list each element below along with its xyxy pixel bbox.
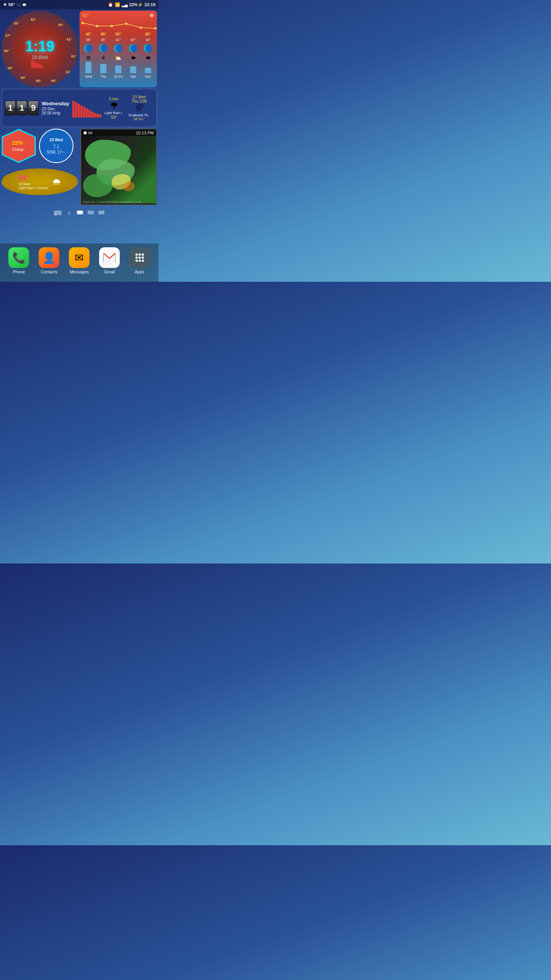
radar-footer: MapQuest, © OpenStreetMap contributors, … — [83, 201, 142, 203]
radar-time: 10:13 PM — [136, 131, 154, 135]
apps-icon — [129, 247, 150, 268]
forecast-bars — [81, 62, 155, 74]
gmail-icon — [99, 247, 120, 268]
svg-point-19 — [139, 260, 141, 262]
oval-desc: Light Rain / Overca.. — [18, 186, 50, 190]
flip-info: Wednesday 23 Dec 28.58 inHg — [42, 101, 69, 115]
oval-date: 23 Wed — [18, 182, 50, 186]
forecast-widget[interactable]: ⏰ 61° 45° 45° 50° 40° 38° 35° 41° 40° 34… — [80, 11, 157, 87]
temp-item: 61° — [66, 70, 71, 74]
flip-digit-1: 1 — [5, 101, 16, 115]
wind-speed: SSW, 17~.. — [47, 150, 66, 154]
status-right: ⏰ 📶 ▂▄ 22%⚡ 22:19 — [108, 2, 155, 7]
page-dot-1: ≡ — [54, 211, 62, 215]
flip-date2: 23 Dec — [42, 106, 69, 111]
flip-weather-temp: 59° — [111, 115, 117, 119]
flip-weather-icon: 🌩 — [110, 101, 118, 111]
dock-messages[interactable]: ✉ Messages — [69, 247, 90, 274]
flip-weather-desc: Light Rain /.. — [104, 111, 124, 115]
forecast-alarm-icon: ⏰ — [149, 12, 155, 18]
arrows-status: ↑↓ — [16, 2, 21, 7]
temp-item: 59° — [4, 49, 9, 53]
phone-icon: 📞 — [8, 247, 29, 268]
temp-item: 61° — [67, 38, 72, 41]
dock-apps[interactable]: Apps — [129, 247, 150, 274]
gmail-label: Gmail — [104, 270, 115, 274]
clock-status: 22:19 — [145, 2, 155, 7]
flip-clock-display: 1 1 9 — [5, 101, 39, 115]
contacts-icon: 👤 — [39, 247, 59, 268]
flipclock-widget[interactable]: 1 1 9 Wednesday 23 Dec 28.58 inHg 3 min.… — [2, 89, 157, 127]
dock-gmail[interactable]: Gmail — [99, 247, 120, 274]
circle-weather-widget[interactable]: 1:19 23 Wed 52° 55° 57° 59° 59° 60° 60° … — [2, 11, 78, 87]
flip-right-desc: Scattered Th.. — [129, 113, 150, 117]
apps-label: Apps — [135, 270, 144, 274]
flip-label: 3 min. — [109, 97, 119, 101]
forecast-header: 61° — [81, 12, 155, 18]
oval-weather-icon: 🌧 — [52, 176, 61, 187]
flip-weather-current: 3 min. 🌩 Light Rain /.. 59° — [104, 97, 124, 119]
battery-widget[interactable]: 22%↑ Chargi.. — [2, 129, 36, 163]
status-left: ☀ 59° ↑↓ 🌧 — [3, 2, 26, 7]
temp-item: 61° — [71, 54, 77, 58]
wind-icon: ↑↓ — [53, 142, 60, 150]
circle-center: 1:19 23 Wed — [25, 38, 54, 60]
svg-point-0 — [82, 22, 84, 24]
page-indicator: ≡ ⌂ — [0, 211, 158, 215]
page-dot-4 — [98, 211, 104, 214]
page-dot-3 — [88, 211, 94, 214]
svg-text:22%↑: 22%↑ — [12, 140, 25, 146]
dock-phone[interactable]: 📞 Phone — [8, 247, 29, 274]
svg-point-13 — [139, 253, 141, 256]
wind-widget[interactable]: 23 Wed ↑↓ SSW, 17~.. — [39, 129, 73, 163]
flip-weather-next: 23 Wed Thu 3:08 ⛈ Scattered Th.. 38°/61° — [129, 95, 150, 121]
temp-item: 59° — [58, 23, 64, 27]
battery-wind-row: 22%↑ Chargi.. 23 Wed ↑↓ SSW, 17~.. — [2, 129, 73, 163]
flip-right-range: 38°/61° — [134, 117, 145, 121]
flip-right-thu: Thu 3:08 — [132, 99, 147, 103]
svg-marker-6 — [2, 129, 35, 162]
temp-item: 59° — [8, 66, 13, 70]
rain-icon-status: 🌧 — [22, 2, 26, 7]
weather-icon-status: ☀ — [3, 2, 7, 7]
svg-point-16 — [139, 256, 141, 259]
svg-point-14 — [142, 253, 144, 256]
circle-date: 23 Wed — [25, 55, 54, 60]
phone-label: Phone — [13, 270, 25, 274]
temp-item: 60° — [51, 79, 57, 83]
temp-item: 60° — [21, 76, 26, 80]
svg-point-18 — [135, 260, 138, 262]
forecast-start-temp: 61° — [83, 13, 89, 18]
circle-time: 1:19 — [25, 38, 54, 55]
svg-point-2 — [111, 25, 113, 27]
flip-digit-2: 1 — [16, 101, 27, 115]
dock-contacts[interactable]: 👤 Contacts — [39, 247, 59, 274]
status-bar: ☀ 59° ↑↓ 🌧 ⏰ 📶 ▂▄ 22%⚡ 22:19 — [0, 0, 158, 9]
forecast-lows: 38° 35° 41° 40° 34° — [81, 37, 155, 42]
oval-weather-widget[interactable]: 59° 23 Wed Light Rain / Overca.. 🌧 — [2, 168, 78, 195]
temp-item: 57° — [5, 34, 11, 38]
svg-point-4 — [140, 26, 142, 29]
flip-right-icon: ⛈ — [135, 103, 143, 113]
svg-point-20 — [142, 260, 144, 262]
radar-logo: ◼ us — [83, 130, 93, 135]
forecast-days: Wed Thu 25 Fri Sat Sun — [81, 74, 155, 79]
temp-item: 55° — [14, 21, 19, 25]
temperature-status: 59° — [8, 2, 15, 7]
svg-point-17 — [142, 256, 144, 259]
svg-point-12 — [135, 253, 138, 256]
temp-item: 60° — [36, 79, 41, 83]
radar-widget[interactable]: ◼ us 10:13 PM MapQuest, © OpenStreetMap … — [80, 129, 157, 205]
svg-point-15 — [135, 256, 138, 259]
forecast-icons: ⚙ ☀ ⛅ 🌧 🌧 — [81, 54, 155, 62]
signal-bars: ▂▄ — [122, 2, 128, 7]
alarm-icon: ⏰ — [108, 2, 113, 7]
dock: 📞 Phone 👤 Contacts ✉ Messages Gmail — [0, 243, 158, 282]
svg-point-1 — [96, 25, 98, 27]
messages-label: Messages — [70, 270, 89, 274]
radar-header: ◼ us 10:13 PM — [81, 129, 156, 136]
battery-status: 22%⚡ — [129, 2, 143, 7]
flip-date1: Wednesday — [42, 101, 69, 106]
radar-map: MapQuest, © OpenStreetMap contributors, … — [81, 136, 156, 203]
svg-point-5 — [154, 27, 156, 29]
